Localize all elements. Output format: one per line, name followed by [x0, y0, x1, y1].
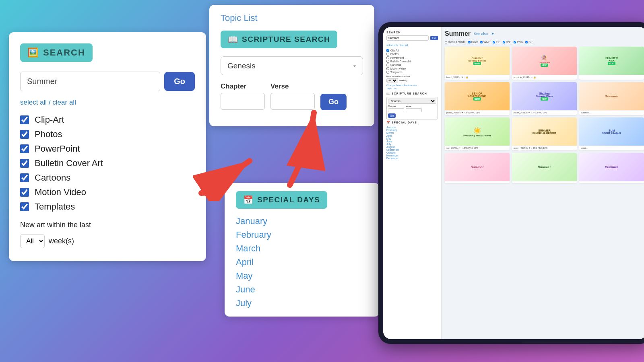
- tablet-month-apr[interactable]: April: [386, 134, 438, 137]
- tablet-month-oct[interactable]: October: [386, 151, 438, 154]
- select-clear-row: select all / clear all: [20, 99, 195, 107]
- tablet-month-sep[interactable]: September: [386, 148, 438, 151]
- chapter-input[interactable]: [221, 93, 265, 110]
- checkbox-cartoons[interactable]: Cartoons: [20, 173, 195, 183]
- tablet-month-jun[interactable]: June: [386, 140, 438, 143]
- tablet-image-card[interactable]: SUMMER KICK NEW!: [579, 47, 644, 80]
- month-february[interactable]: February: [236, 230, 368, 240]
- month-march[interactable]: March: [236, 243, 368, 254]
- filter-gif[interactable]: GIF: [525, 41, 533, 43]
- filter-tif[interactable]: TIF: [493, 41, 500, 43]
- tablet-verse-input[interactable]: [406, 108, 422, 112]
- month-july[interactable]: July: [236, 298, 368, 309]
- checkbox-bulletin-cover-art[interactable]: Bulletin Cover Art: [20, 158, 195, 169]
- tablet-genesis-select[interactable]: Genesis: [388, 99, 436, 104]
- tablet-filter-row: Black & White Color WMF TIF JPG PNG GIF: [445, 41, 644, 43]
- tablet-cb-bulletin[interactable]: Bulletin Cover Art: [386, 60, 438, 63]
- chapter-group: Chapter: [221, 82, 265, 110]
- tablet-image-card[interactable]: ☀️ Preaching This Summer sun_26757c ✦ ↑ …: [445, 117, 510, 150]
- tablet-image-card[interactable]: 🍭 popsicles NEW! popsicle_28342c ✦ 🔒: [512, 47, 577, 80]
- tablet-see-also[interactable]: See also: [474, 32, 488, 36]
- scripture-go-button[interactable]: Go: [320, 94, 347, 110]
- tablet-main-header: Summer See also ▼: [445, 30, 644, 37]
- new-badge: NEW!: [608, 62, 615, 65]
- filter-color[interactable]: Color: [468, 41, 478, 43]
- chapter-label: Chapter: [221, 82, 265, 90]
- clear-all-link[interactable]: clear all: [52, 99, 76, 106]
- tablet-sidebar: SEARCH Go select all / clear all Clip-Ar…: [383, 27, 442, 339]
- tablet-image-card[interactable]: SENIOR ADULTS PICNIC NEW! picnic_26456c …: [445, 82, 510, 115]
- tablet-image-card[interactable]: Summer summer...: [579, 82, 644, 115]
- tablet-img-caption: report_26759c ✦ ↑ JPG PNG EPS: [512, 146, 577, 150]
- tablet-chapter-input[interactable]: [388, 108, 404, 112]
- calendar-icon: 📅: [243, 195, 253, 205]
- tablet-month-jul[interactable]: July: [386, 143, 438, 146]
- tablet-see-also-arrow[interactable]: ▼: [491, 32, 495, 36]
- checkbox-templates[interactable]: Templates: [20, 202, 195, 212]
- tablet-month-feb[interactable]: February: [386, 129, 438, 132]
- new-badge: NEW!: [541, 64, 548, 67]
- tablet-cb-templates[interactable]: Templates: [386, 71, 438, 74]
- tablet-img-summer-plans: Sizzling Summer Plans NEW!: [512, 82, 577, 110]
- checkbox-clipart[interactable]: Clip-Art: [20, 115, 195, 125]
- month-may[interactable]: May: [236, 271, 368, 281]
- search-panel: 🖼️ SEARCH Go select all / clear all Clip…: [9, 32, 206, 261]
- tablet-cb-powerpoint[interactable]: PowerPoint: [386, 56, 438, 59]
- tablet-scripture-go[interactable]: Go: [388, 113, 396, 118]
- tablet-month-aug[interactable]: August: [386, 146, 438, 148]
- checkbox-photos[interactable]: Photos: [20, 129, 195, 140]
- tablet-image-card[interactable]: Summer Sunday School NEW! board_26590c ✦…: [445, 47, 510, 80]
- search-input[interactable]: [20, 72, 160, 91]
- tablet-month-mar[interactable]: March: [386, 132, 438, 134]
- tablet-month-jan[interactable]: January: [386, 126, 438, 129]
- verse-group: Verse: [270, 82, 315, 110]
- special-days-header: 📅 SPECIAL DAYS: [236, 191, 327, 209]
- tablet-image-card[interactable]: SUMMER FINANCIAL REPORT report_26759c ✦ …: [512, 117, 577, 150]
- genesis-select[interactable]: Genesis Exodus Leviticus Numbers Deutero…: [221, 56, 363, 75]
- tablet-img-caption: sun_26757c ✦ ↑ JPG PNG EPS: [445, 146, 510, 150]
- filter-png[interactable]: PNG: [514, 41, 523, 43]
- tablet-img-summer-sunday: Summer Sunday School NEW!: [445, 47, 510, 75]
- tablet-img-bottom3: Summer: [579, 153, 644, 181]
- tablet-topic-list[interactable]: Topic List: [386, 87, 438, 90]
- verse-input[interactable]: [270, 93, 315, 110]
- tablet-month-nov[interactable]: November: [386, 154, 438, 157]
- tablet-cb-clipart[interactable]: Clip-Art: [386, 49, 438, 52]
- tablet-month-dec[interactable]: December: [386, 157, 438, 160]
- tablet-change-prefs[interactable]: Change Search Preferences: [386, 84, 438, 86]
- tablet-cb-photos[interactable]: Photos: [386, 53, 438, 56]
- tablet-go-button[interactable]: Go: [430, 36, 438, 40]
- select-all-link[interactable]: select all: [20, 99, 47, 106]
- search-go-button[interactable]: Go: [164, 72, 195, 91]
- new-art-controls: All 1 2 4 8 week(s): [20, 234, 195, 248]
- month-april[interactable]: April: [236, 257, 368, 267]
- tablet-img-bottom1: Summer: [445, 153, 510, 181]
- filter-jpg[interactable]: JPG: [503, 41, 512, 43]
- tablet-select-all[interactable]: select all: [386, 44, 396, 47]
- tablet-image-card[interactable]: Summer: [445, 153, 510, 183]
- tablet-search-input[interactable]: [386, 35, 429, 41]
- tablet-image-card[interactable]: Summer: [579, 153, 644, 183]
- tablet-week-select[interactable]: All: [386, 78, 398, 82]
- checkbox-powerpoint[interactable]: PowerPoint: [20, 144, 195, 154]
- tablet-month-may[interactable]: May: [386, 137, 438, 140]
- tablet-image-card[interactable]: Sizzling Summer Plans NEW! youth_26453c …: [512, 82, 577, 115]
- topic-list-title: Topic List: [221, 13, 363, 23]
- search-panel-icon: 🖼️: [27, 47, 38, 58]
- tablet-cb-cartoons[interactable]: Cartoons: [386, 64, 438, 66]
- filter-wmf[interactable]: WMF: [480, 41, 490, 43]
- tablet-image-card[interactable]: Summer: [512, 153, 577, 183]
- tablet-img-popsicle: 🍭 popsicles NEW!: [512, 47, 577, 75]
- filter-bw[interactable]: Black & White: [445, 41, 466, 43]
- tablet-search-bar: Go: [386, 35, 438, 41]
- tablet-cb-motion[interactable]: Motion Video: [386, 67, 438, 70]
- week-select[interactable]: All 1 2 4 8: [20, 234, 45, 248]
- tablet-image-card[interactable]: SUM SPORT LEAGUE sport...: [579, 117, 644, 150]
- month-june[interactable]: June: [236, 284, 368, 295]
- search-row: Go: [20, 72, 195, 91]
- verse-label: Verse: [270, 82, 315, 90]
- tablet-img-financial: SUMMER FINANCIAL REPORT: [512, 117, 577, 146]
- checkbox-motion-video[interactable]: Motion Video: [20, 187, 195, 197]
- month-january[interactable]: January: [236, 216, 368, 226]
- new-art-row: New art within the last: [20, 221, 195, 229]
